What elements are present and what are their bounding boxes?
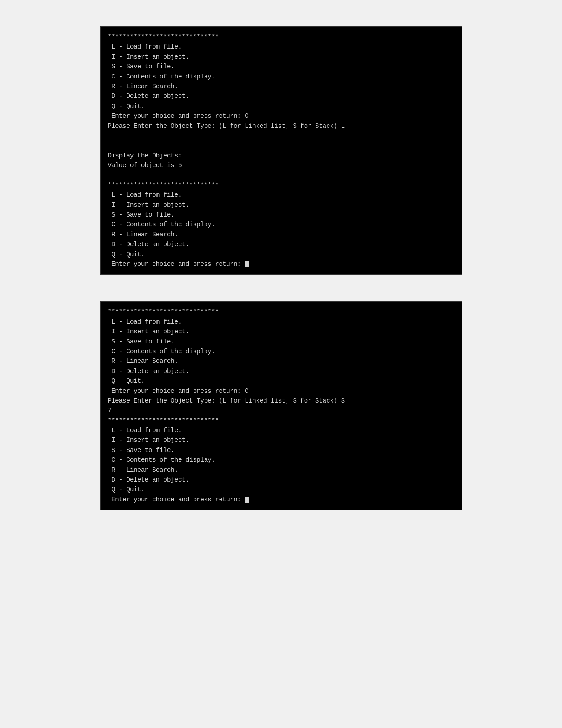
terminal-1-content: ****************************** L - Load … [108, 32, 454, 269]
terminal-1: ****************************** L - Load … [100, 26, 462, 275]
terminal-2: ****************************** L - Load … [100, 301, 462, 510]
cursor-2 [245, 497, 249, 503]
cursor-1 [245, 261, 249, 267]
terminal-2-content: ****************************** L - Load … [108, 307, 454, 504]
